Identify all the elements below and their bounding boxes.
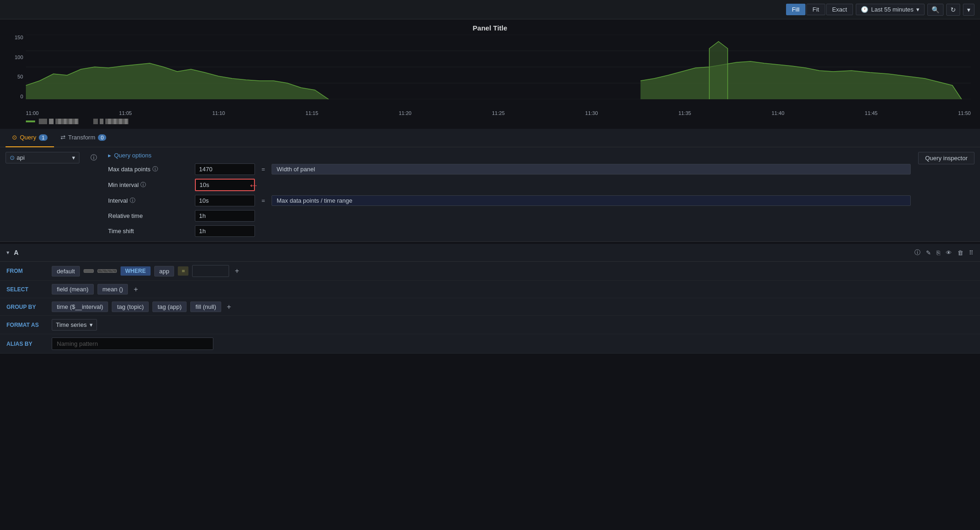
collapse-icon: ▾	[6, 249, 9, 256]
from-label: FROM	[6, 268, 48, 274]
tab-query[interactable]: ⊙ Query 1	[6, 129, 54, 147]
fit-button[interactable]: Fit	[806, 4, 825, 15]
query-row-select: SELECT field (mean) mean () +	[0, 281, 980, 298]
query-row-groupby: GROUP BY time ($__interval) tag (topic) …	[0, 298, 980, 316]
groupby-time-tag[interactable]: time ($__interval)	[52, 301, 108, 312]
tabs-bar: ⊙ Query 1 ⇄ Transform 0	[0, 129, 980, 147]
format-chevron-icon: ▾	[90, 321, 93, 328]
query-row-aliasBy: ALIAS BY	[0, 334, 980, 354]
x-label-1140: 11:40	[772, 110, 785, 116]
select-mean-tag[interactable]: mean ()	[97, 284, 128, 295]
groupby-add-button[interactable]: +	[225, 303, 233, 311]
clock-icon: 🕐	[861, 6, 868, 13]
query-info-icon[interactable]: ⓘ	[914, 248, 920, 257]
query-options-toggle[interactable]: ▸ Query options	[108, 152, 911, 159]
x-label-1125: 11:25	[492, 110, 505, 116]
chart-inner	[26, 35, 971, 99]
x-axis: 11:00 11:05 11:10 11:15 11:20 11:25 11:3…	[9, 108, 971, 116]
select-field-tag[interactable]: field (mean)	[52, 284, 94, 295]
y-label-150: 150	[15, 35, 23, 40]
x-label-1120: 11:20	[399, 110, 411, 116]
where-badge: WHERE	[121, 266, 151, 276]
exact-button[interactable]: Exact	[826, 4, 853, 15]
where-app-tag[interactable]: app	[154, 266, 175, 277]
interval-label: Interval ⓘ	[108, 197, 191, 205]
fill-button[interactable]: Fill	[786, 4, 806, 15]
legend-box-1	[39, 119, 47, 124]
datasource-label: api	[17, 154, 24, 161]
fill-fit-exact-group: Fill Fit Exact	[786, 4, 853, 15]
query-letter-a: A	[14, 249, 18, 256]
query-row-formatas: FORMAT AS Time series ▾	[0, 316, 980, 334]
tab-transform[interactable]: ⇄ Transform 0	[54, 129, 113, 147]
aliasby-input[interactable]	[52, 337, 213, 350]
magnify-icon: 🔍	[932, 6, 939, 13]
query-row-from: FROM default WHERE app = +	[0, 262, 980, 281]
max-data-equals: =	[259, 166, 268, 173]
time-shift-input[interactable]	[195, 225, 255, 237]
format-select[interactable]: Time series ▾	[52, 319, 97, 331]
min-interval-info-icon[interactable]: ⓘ	[140, 181, 146, 189]
max-data-points-info-icon[interactable]: ⓘ	[152, 165, 158, 173]
select-label: SELECT	[6, 286, 48, 293]
max-data-points-input[interactable]	[195, 163, 255, 175]
interval-tag: Max data points / time range	[272, 195, 911, 206]
legend-box-4	[93, 119, 98, 124]
relative-time-label: Relative time	[108, 212, 191, 219]
x-label-1145: 11:45	[865, 110, 878, 116]
from-add-button[interactable]: +	[233, 267, 241, 275]
legend-row	[9, 116, 971, 124]
relative-time-input[interactable]	[195, 210, 255, 222]
datasource-icon: ⊙	[10, 154, 15, 161]
query-icon: ⊙	[12, 134, 17, 141]
time-shift-label: Time shift	[108, 228, 191, 235]
tab-transform-label: Transform	[68, 134, 96, 141]
info-icon: ⓘ	[91, 154, 97, 162]
query-header-icons: ⓘ ✎ ⎘ 👁 🗑 ⠿	[914, 248, 974, 257]
options-grid: Max data points ⓘ = Width of panel Min i…	[108, 163, 911, 237]
refresh-button[interactable]: ↻	[946, 4, 960, 16]
refresh-icon: ↻	[950, 6, 956, 13]
datasource-select[interactable]: ⊙ api ▾	[6, 152, 79, 163]
panel-title: Panel Title	[9, 24, 971, 32]
chart-container: 150 100 50 0	[9, 35, 971, 108]
more-options-button[interactable]: ▾	[963, 4, 974, 16]
query-delete-icon[interactable]: 🗑	[957, 249, 963, 256]
chevron-down-icon: ▾	[967, 6, 970, 13]
query-section-a: ▾ A ⓘ ✎ ⎘ 👁 🗑 ⠿ FROM default WHERE app =…	[0, 244, 980, 354]
from-default-tag[interactable]: default	[52, 266, 80, 277]
query-header-a: ▾ A ⓘ ✎ ⎘ 👁 🗑 ⠿	[0, 244, 980, 262]
width-of-panel-tag: Width of panel	[272, 164, 911, 175]
groupby-topic-tag[interactable]: tag (topic)	[112, 301, 149, 312]
query-visibility-icon[interactable]: 👁	[946, 249, 952, 256]
red-arrow-icon: ←	[248, 179, 259, 192]
interval-info-icon[interactable]: ⓘ	[130, 197, 135, 205]
datasource-info-button[interactable]: ⓘ	[87, 152, 101, 164]
groupby-label: GROUP BY	[6, 304, 48, 310]
query-options-bar: ⊙ api ▾ ⓘ ▸ Query options Max data point…	[0, 147, 980, 242]
interval-input[interactable]	[195, 195, 255, 206]
query-inspector-button[interactable]: Query inspector	[918, 152, 974, 164]
query-edit-icon[interactable]: ✎	[926, 249, 931, 256]
time-label: Last 55 minutes	[871, 6, 913, 13]
query-drag-icon[interactable]: ⠿	[969, 249, 974, 256]
x-label-1150: 11:50	[958, 110, 971, 116]
time-picker[interactable]: 🕐 Last 55 minutes ▾	[856, 4, 925, 15]
zoom-out-button[interactable]: 🔍	[927, 4, 944, 16]
aliasby-label: ALIAS BY	[6, 341, 48, 347]
where-value-input[interactable]	[192, 265, 229, 277]
min-interval-input[interactable]	[195, 179, 255, 191]
from-gray-1	[84, 269, 94, 273]
groupby-app-tag[interactable]: tag (app)	[152, 301, 187, 312]
legend-color-green	[26, 120, 35, 122]
groupby-fill-tag[interactable]: fill (null)	[190, 301, 221, 312]
query-duplicate-icon[interactable]: ⎘	[937, 249, 940, 256]
select-add-button[interactable]: +	[132, 285, 139, 294]
datasource-chevron: ▾	[72, 154, 75, 161]
tab-query-label: Query	[20, 134, 36, 141]
y-label-0: 0	[20, 94, 23, 99]
x-label-1110: 11:10	[212, 110, 225, 116]
y-label-100: 100	[15, 54, 23, 60]
interval-equals: =	[259, 197, 268, 204]
transform-icon: ⇄	[60, 134, 66, 141]
